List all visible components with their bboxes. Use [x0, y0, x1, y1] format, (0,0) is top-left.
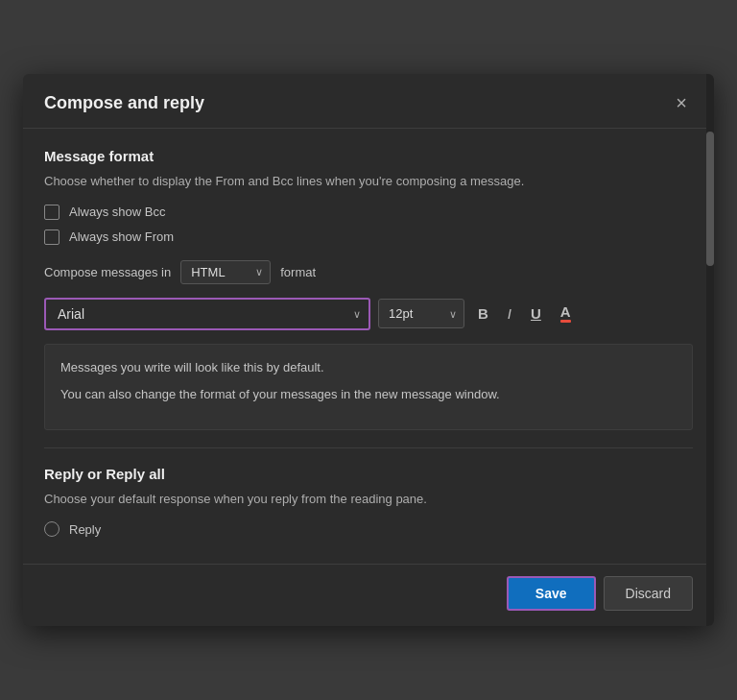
always-show-from-label: Always show From [69, 229, 174, 244]
compose-format-row: Compose messages in HTML Plain text form… [44, 260, 693, 284]
compose-messages-label: Compose messages in [44, 265, 171, 279]
bold-button[interactable]: B [472, 302, 494, 325]
section-divider [44, 447, 693, 448]
font-color-button[interactable]: A [555, 301, 577, 326]
preview-line-2: You can also change the format of your m… [60, 385, 677, 405]
always-show-bcc-checkbox[interactable] [44, 205, 59, 220]
preview-box: Messages you write will look like this b… [44, 344, 693, 430]
html-format-select-wrapper: HTML Plain text [180, 260, 271, 284]
reply-radio-label: Reply [69, 522, 101, 537]
always-show-from-row: Always show From [44, 229, 693, 245]
always-show-bcc-row: Always show Bcc [44, 205, 693, 220]
message-format-section: Message format Choose whether to display… [44, 148, 693, 430]
dialog-header: Compose and reply × [23, 74, 714, 129]
size-select-wrapper: 8pt 9pt 10pt 11pt 12pt 14pt 16pt 18pt [378, 299, 464, 328]
message-format-desc: Choose whether to display the From and B… [44, 172, 693, 191]
close-button[interactable]: × [670, 91, 693, 114]
always-show-bcc-label: Always show Bcc [69, 205, 165, 219]
format-toolbar: B I U A [472, 301, 577, 326]
dialog-overlay: Compose and reply × Message format Choos… [0, 0, 737, 700]
dialog-footer: Save Discard [23, 564, 714, 626]
italic-button[interactable]: I [502, 302, 517, 325]
font-select-wrapper: Arial Calibri Times New Roman Verdana Ge… [44, 298, 370, 330]
discard-button[interactable]: Discard [604, 576, 693, 611]
reply-radio-row: Reply [44, 521, 693, 537]
font-select[interactable]: Arial Calibri Times New Roman Verdana Ge… [44, 298, 370, 330]
scrollbar-track [706, 74, 714, 626]
format-suffix-label: format [280, 265, 316, 279]
reply-section-desc: Choose your default response when you re… [44, 490, 693, 509]
underline-button[interactable]: U [525, 302, 547, 325]
dialog-title: Compose and reply [44, 93, 204, 113]
reply-section: Reply or Reply all Choose your default r… [44, 466, 693, 538]
html-format-select[interactable]: HTML Plain text [180, 260, 271, 284]
reply-radio[interactable] [44, 521, 59, 537]
dialog-body: Message format Choose whether to display… [23, 129, 714, 564]
always-show-from-checkbox[interactable] [44, 229, 59, 245]
save-button[interactable]: Save [507, 576, 596, 611]
message-format-title: Message format [44, 148, 693, 164]
preview-line-1: Messages you write will look like this b… [60, 358, 677, 378]
scrollbar-thumb[interactable] [706, 132, 714, 266]
font-row: Arial Calibri Times New Roman Verdana Ge… [44, 298, 693, 330]
compose-reply-dialog: Compose and reply × Message format Choos… [23, 74, 714, 626]
reply-section-title: Reply or Reply all [44, 466, 693, 482]
size-select[interactable]: 8pt 9pt 10pt 11pt 12pt 14pt 16pt 18pt [378, 299, 464, 328]
